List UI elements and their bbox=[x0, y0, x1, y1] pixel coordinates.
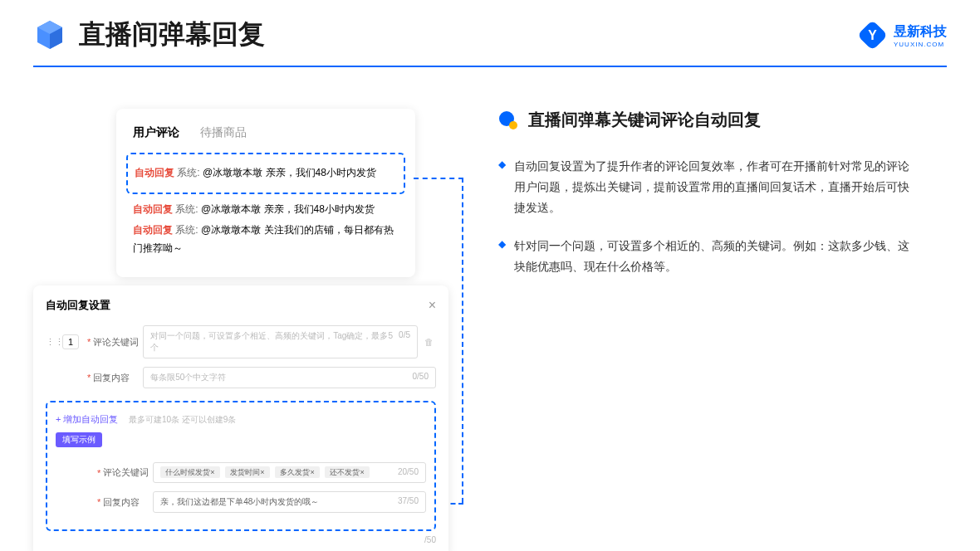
connector-line bbox=[414, 178, 463, 179]
example-badge: 填写示例 bbox=[56, 432, 102, 447]
dialog-title: 自动回复设置 bbox=[46, 298, 110, 313]
system-label: 系统: bbox=[175, 203, 198, 215]
diamond-bullet-icon: ◆ bbox=[498, 238, 506, 277]
keyword-label: 评论关键词 bbox=[93, 336, 143, 349]
brand-logo: Y 昱新科技 YUUXIN.COM bbox=[858, 21, 947, 50]
reply-input[interactable]: 每条限50个中文字符 0/50 bbox=[143, 367, 436, 388]
cube-icon bbox=[33, 18, 66, 51]
comment-text: @冰墩墩本墩 亲亲，我们48小时内发货 bbox=[203, 167, 376, 178]
keyword-input[interactable]: 对同一个问题，可设置多个相近、高频的关键词，Tag确定，最多5个 0/5 bbox=[143, 325, 418, 358]
connector-line bbox=[462, 178, 463, 503]
bullet-text-1: 自动回复设置为了提升作者的评论回复效率，作者可在开播前针对常见的评论用户问题，提… bbox=[514, 156, 914, 219]
tab-user-comments[interactable]: 用户评论 bbox=[133, 125, 179, 140]
settings-dialog: 自动回复设置 × ⋮⋮ 1 * 评论关键词 对同一个问题，可设置多个相近、高频的… bbox=[33, 285, 448, 551]
keyword-tag[interactable]: 还不发货× bbox=[325, 466, 369, 478]
delete-icon[interactable]: 🗑 bbox=[424, 337, 436, 347]
bubble-icon bbox=[498, 110, 518, 130]
example-reply-label: 回复内容 bbox=[103, 496, 153, 509]
close-icon[interactable]: × bbox=[429, 298, 436, 313]
logo-subtitle: YUUXIN.COM bbox=[894, 41, 947, 48]
logo-name: 昱新科技 bbox=[894, 23, 947, 41]
system-label: 系统: bbox=[175, 224, 198, 236]
row-index: 1 bbox=[62, 334, 79, 349]
auto-reply-label: 自动回复 bbox=[135, 167, 174, 178]
section-title: 直播间弹幕关键词评论自动回复 bbox=[528, 109, 761, 131]
reply-label: 回复内容 bbox=[93, 372, 143, 384]
drag-handle-icon[interactable]: ⋮⋮ bbox=[46, 337, 62, 348]
comment-text: @冰墩墩本墩 亲亲，我们48小时内发货 bbox=[201, 203, 375, 215]
auto-reply-label: 自动回复 bbox=[133, 224, 173, 236]
example-keyword-input: 什么时候发货× 发货时间× 多久发货× 还不发货× 20/50 bbox=[153, 462, 426, 483]
svg-text:Y: Y bbox=[868, 28, 877, 42]
page-title: 直播间弹幕回复 bbox=[79, 17, 265, 53]
footer-count: /50 bbox=[46, 535, 436, 544]
diamond-bullet-icon: ◆ bbox=[498, 158, 506, 219]
system-label: 系统: bbox=[177, 167, 199, 178]
add-hint: 最多可建10条 还可以创建9条 bbox=[129, 415, 236, 424]
example-reply-input: 亲，我们这边都是下单48小时内发货的哦～ 37/50 bbox=[153, 491, 426, 513]
comments-card: 用户评论 待播商品 自动回复 系统: @冰墩墩本墩 亲亲，我们48小时内发货 自… bbox=[116, 109, 415, 277]
keyword-tag[interactable]: 什么时候发货× bbox=[160, 466, 219, 478]
add-reply-link[interactable]: + 增加自动回复 bbox=[56, 414, 118, 424]
auto-reply-label: 自动回复 bbox=[133, 203, 173, 215]
tab-pending-products[interactable]: 待播商品 bbox=[200, 125, 247, 140]
keyword-tag[interactable]: 多久发货× bbox=[275, 466, 319, 478]
example-keyword-label: 评论关键词 bbox=[103, 466, 153, 479]
keyword-tag[interactable]: 发货时间× bbox=[225, 466, 269, 478]
bullet-text-2: 针对同一个问题，可设置多个相近的、高频的关键词。例如：这款多少钱、这块能优惠吗、… bbox=[514, 236, 914, 277]
svg-point-6 bbox=[509, 121, 517, 129]
highlighted-comment: 自动回复 系统: @冰墩墩本墩 亲亲，我们48小时内发货 bbox=[126, 153, 405, 194]
comment-text: @冰墩墩本墩 关注我们的店铺，每日都有热门推荐呦～ bbox=[133, 224, 394, 254]
example-box: + 增加自动回复 最多可建10条 还可以创建9条 填写示例 * 评论关键词 什么… bbox=[46, 401, 436, 531]
